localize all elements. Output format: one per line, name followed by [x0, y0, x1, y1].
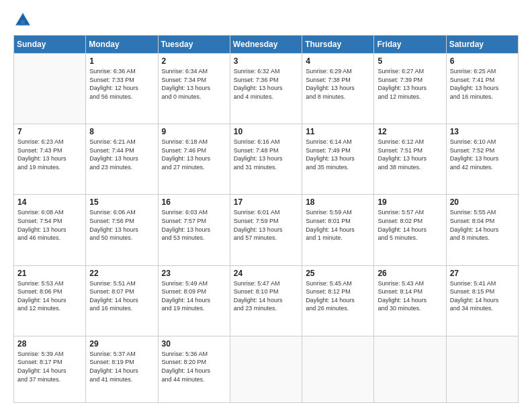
calendar-cell: 14Sunrise: 6:08 AM Sunset: 7:54 PM Dayli…: [14, 195, 86, 265]
day-number: 15: [89, 197, 154, 207]
calendar-cell: 30Sunrise: 5:36 AM Sunset: 8:20 PM Dayli…: [158, 336, 230, 402]
day-info: Sunrise: 6:03 AM Sunset: 7:57 PM Dayligh…: [162, 208, 226, 242]
day-info: Sunrise: 6:25 AM Sunset: 7:41 PM Dayligh…: [450, 67, 515, 101]
day-info: Sunrise: 5:53 AM Sunset: 8:06 PM Dayligh…: [17, 279, 82, 313]
calendar-cell: 13Sunrise: 6:10 AM Sunset: 7:52 PM Dayli…: [446, 124, 518, 195]
day-number: 8: [89, 127, 154, 136]
day-info: Sunrise: 5:41 AM Sunset: 8:15 PM Dayligh…: [450, 279, 515, 313]
day-number: 13: [450, 127, 515, 136]
week-row-4: 21Sunrise: 5:53 AM Sunset: 8:06 PM Dayli…: [14, 265, 519, 336]
day-header-tuesday: Tuesday: [158, 36, 230, 54]
calendar-cell: 29Sunrise: 5:37 AM Sunset: 8:19 PM Dayli…: [86, 336, 158, 402]
day-header-friday: Friday: [374, 36, 446, 54]
calendar-cell: 4Sunrise: 6:29 AM Sunset: 7:38 PM Daylig…: [302, 54, 374, 124]
day-info: Sunrise: 6:01 AM Sunset: 7:59 PM Dayligh…: [234, 208, 298, 242]
day-info: Sunrise: 6:10 AM Sunset: 7:52 PM Dayligh…: [450, 138, 515, 171]
page: SundayMondayTuesdayWednesdayThursdayFrid…: [0, 0, 532, 411]
day-info: Sunrise: 6:23 AM Sunset: 7:43 PM Dayligh…: [17, 138, 82, 171]
day-number: 12: [378, 127, 442, 136]
svg-rect-2: [21, 20, 25, 26]
day-info: Sunrise: 5:43 AM Sunset: 8:14 PM Dayligh…: [378, 279, 442, 313]
logo: [13, 11, 35, 30]
calendar-cell: 17Sunrise: 6:01 AM Sunset: 7:59 PM Dayli…: [230, 195, 302, 265]
day-info: Sunrise: 5:59 AM Sunset: 8:01 PM Dayligh…: [306, 208, 370, 242]
calendar-cell: 7Sunrise: 6:23 AM Sunset: 7:43 PM Daylig…: [14, 124, 86, 195]
calendar-cell: 9Sunrise: 6:18 AM Sunset: 7:46 PM Daylig…: [158, 124, 230, 195]
day-number: 10: [234, 127, 298, 136]
day-number: 26: [378, 269, 442, 278]
day-info: Sunrise: 5:45 AM Sunset: 8:12 PM Dayligh…: [306, 279, 370, 313]
day-number: 5: [378, 56, 442, 66]
calendar-cell: 6Sunrise: 6:25 AM Sunset: 7:41 PM Daylig…: [446, 54, 518, 124]
day-number: 23: [162, 269, 226, 278]
calendar-cell: 20Sunrise: 5:55 AM Sunset: 8:04 PM Dayli…: [446, 195, 518, 265]
day-number: 28: [17, 339, 82, 349]
day-info: Sunrise: 6:27 AM Sunset: 7:39 PM Dayligh…: [378, 67, 442, 101]
day-number: 7: [17, 127, 82, 136]
calendar-cell: 27Sunrise: 5:41 AM Sunset: 8:15 PM Dayli…: [446, 265, 518, 336]
calendar-cell: 24Sunrise: 5:47 AM Sunset: 8:10 PM Dayli…: [230, 265, 302, 336]
day-info: Sunrise: 6:06 AM Sunset: 7:56 PM Dayligh…: [89, 208, 154, 242]
calendar-cell: 18Sunrise: 5:59 AM Sunset: 8:01 PM Dayli…: [302, 195, 374, 265]
day-info: Sunrise: 6:12 AM Sunset: 7:51 PM Dayligh…: [378, 138, 442, 171]
day-number: 1: [89, 56, 154, 66]
day-number: 19: [378, 197, 442, 207]
calendar-cell: [374, 336, 446, 402]
day-header-saturday: Saturday: [446, 36, 518, 54]
calendar-cell: [14, 54, 86, 124]
calendar-cell: 10Sunrise: 6:16 AM Sunset: 7:48 PM Dayli…: [230, 124, 302, 195]
calendar-cell: 28Sunrise: 5:39 AM Sunset: 8:17 PM Dayli…: [14, 336, 86, 402]
day-number: 9: [162, 127, 226, 136]
week-row-3: 14Sunrise: 6:08 AM Sunset: 7:54 PM Dayli…: [14, 195, 519, 265]
calendar-cell: 1Sunrise: 6:36 AM Sunset: 7:33 PM Daylig…: [86, 54, 158, 124]
calendar-cell: [446, 336, 518, 402]
day-header-row: SundayMondayTuesdayWednesdayThursdayFrid…: [14, 36, 519, 54]
day-number: 21: [17, 269, 82, 278]
day-info: Sunrise: 5:47 AM Sunset: 8:10 PM Dayligh…: [234, 279, 298, 313]
calendar-cell: [230, 336, 302, 402]
day-number: 14: [17, 197, 82, 207]
day-info: Sunrise: 5:55 AM Sunset: 8:04 PM Dayligh…: [450, 208, 515, 242]
day-info: Sunrise: 5:37 AM Sunset: 8:19 PM Dayligh…: [89, 350, 154, 383]
calendar-cell: 19Sunrise: 5:57 AM Sunset: 8:02 PM Dayli…: [374, 195, 446, 265]
calendar-cell: [302, 336, 374, 402]
day-info: Sunrise: 6:08 AM Sunset: 7:54 PM Dayligh…: [17, 208, 82, 242]
day-number: 4: [306, 56, 370, 66]
day-info: Sunrise: 6:29 AM Sunset: 7:38 PM Dayligh…: [306, 67, 370, 101]
day-info: Sunrise: 5:57 AM Sunset: 8:02 PM Dayligh…: [378, 208, 442, 242]
calendar-cell: 26Sunrise: 5:43 AM Sunset: 8:14 PM Dayli…: [374, 265, 446, 336]
day-number: 11: [306, 127, 370, 136]
day-info: Sunrise: 6:32 AM Sunset: 7:36 PM Dayligh…: [234, 67, 298, 101]
calendar-cell: 15Sunrise: 6:06 AM Sunset: 7:56 PM Dayli…: [86, 195, 158, 265]
calendar-cell: 21Sunrise: 5:53 AM Sunset: 8:06 PM Dayli…: [14, 265, 86, 336]
calendar-cell: 5Sunrise: 6:27 AM Sunset: 7:39 PM Daylig…: [374, 54, 446, 124]
day-header-sunday: Sunday: [14, 36, 86, 54]
day-info: Sunrise: 6:18 AM Sunset: 7:46 PM Dayligh…: [162, 138, 226, 171]
calendar-cell: 3Sunrise: 6:32 AM Sunset: 7:36 PM Daylig…: [230, 54, 302, 124]
day-number: 20: [450, 197, 515, 207]
general-blue-logo-icon: [13, 11, 32, 30]
day-number: 16: [162, 197, 226, 207]
day-info: Sunrise: 5:39 AM Sunset: 8:17 PM Dayligh…: [17, 350, 82, 383]
day-header-monday: Monday: [86, 36, 158, 54]
day-number: 30: [162, 339, 226, 349]
day-number: 3: [234, 56, 298, 66]
calendar-cell: 22Sunrise: 5:51 AM Sunset: 8:07 PM Dayli…: [86, 265, 158, 336]
day-header-thursday: Thursday: [302, 36, 374, 54]
calendar-table: SundayMondayTuesdayWednesdayThursdayFrid…: [13, 35, 519, 403]
calendar-cell: 8Sunrise: 6:21 AM Sunset: 7:44 PM Daylig…: [86, 124, 158, 195]
day-info: Sunrise: 6:21 AM Sunset: 7:44 PM Dayligh…: [89, 138, 154, 171]
calendar-cell: 23Sunrise: 5:49 AM Sunset: 8:09 PM Dayli…: [158, 265, 230, 336]
day-number: 25: [306, 269, 370, 278]
day-info: Sunrise: 6:16 AM Sunset: 7:48 PM Dayligh…: [234, 138, 298, 171]
calendar-cell: 11Sunrise: 6:14 AM Sunset: 7:49 PM Dayli…: [302, 124, 374, 195]
week-row-5: 28Sunrise: 5:39 AM Sunset: 8:17 PM Dayli…: [14, 336, 519, 402]
day-number: 29: [89, 339, 154, 349]
calendar-cell: 25Sunrise: 5:45 AM Sunset: 8:12 PM Dayli…: [302, 265, 374, 336]
day-number: 6: [450, 56, 515, 66]
calendar-cell: 2Sunrise: 6:34 AM Sunset: 7:34 PM Daylig…: [158, 54, 230, 124]
day-info: Sunrise: 5:49 AM Sunset: 8:09 PM Dayligh…: [162, 279, 226, 313]
calendar-cell: 16Sunrise: 6:03 AM Sunset: 7:57 PM Dayli…: [158, 195, 230, 265]
day-info: Sunrise: 5:36 AM Sunset: 8:20 PM Dayligh…: [162, 350, 226, 383]
day-info: Sunrise: 5:51 AM Sunset: 8:07 PM Dayligh…: [89, 279, 154, 313]
